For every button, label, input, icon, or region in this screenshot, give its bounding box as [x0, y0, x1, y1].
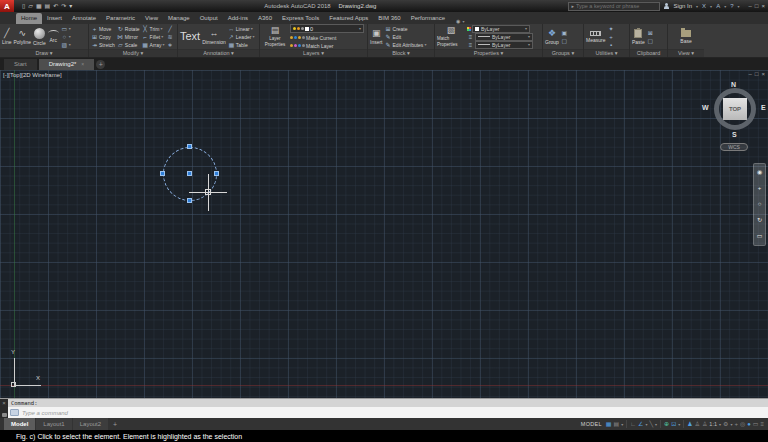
tab-addins[interactable]: Add-ins [223, 13, 253, 24]
isolate-objects-icon[interactable]: ◎ [740, 418, 745, 430]
ellipse-flyout[interactable]: ○▾ [61, 33, 71, 40]
customize-icon[interactable]: ≡ [760, 418, 764, 430]
group-edit-button[interactable]: ▢ [561, 37, 568, 44]
viewcube-east[interactable]: E [761, 104, 766, 111]
open-file-icon[interactable]: ▱ [28, 1, 33, 11]
tab-view[interactable]: View [140, 13, 163, 24]
sign-in-button[interactable]: Sign In [673, 3, 692, 9]
mirror-button[interactable]: ⋈Mirror [117, 33, 140, 40]
fillet-button[interactable]: ⌐Fillet▾ [142, 33, 165, 40]
grip-south[interactable] [187, 198, 192, 203]
annotation-plus-icon[interactable]: + [734, 418, 738, 430]
a360-caret-icon[interactable]: ▾ [710, 4, 712, 9]
file-tab-close-icon[interactable]: × [81, 59, 84, 70]
clean-screen-icon[interactable]: ▭ [753, 418, 759, 430]
layer-properties-button[interactable]: ▤ Layer Properties [262, 25, 288, 48]
command-recent-icon[interactable] [10, 409, 19, 416]
snap-toggle-icon[interactable]: ▤ [613, 418, 619, 430]
tab-express-tools[interactable]: Express Tools [277, 13, 324, 24]
showmotion-icon[interactable]: ▭ [757, 233, 763, 240]
annotation-scale-button[interactable]: 1:1 [709, 421, 717, 427]
erase-button[interactable]: ╱ [167, 25, 174, 32]
copy-clip-button[interactable]: ▢ [647, 37, 654, 44]
redo-icon[interactable]: ↷ [61, 1, 66, 11]
search-input[interactable] [576, 3, 656, 9]
cut-button[interactable]: ⊠ [647, 29, 654, 36]
object-snap-tracking-icon[interactable]: ⊕ [664, 418, 669, 430]
panel-label-clipboard[interactable]: Clipboard [630, 49, 667, 57]
tab-annotate[interactable]: Annotate [67, 13, 101, 24]
group-button[interactable]: ❖ Group [545, 28, 559, 45]
point-button[interactable]: + [607, 33, 614, 40]
edit-attributes-button[interactable]: ✎Edit Attributes▾ [385, 41, 427, 48]
tab-parametric[interactable]: Parametric [101, 13, 140, 24]
hatch-flyout[interactable]: ▨▾ [61, 41, 71, 48]
grip-east[interactable] [214, 171, 219, 176]
match-layer-button[interactable]: Match Layer [290, 42, 364, 49]
ungroup-button[interactable]: ▣ [561, 29, 568, 36]
layout-tab-layout2[interactable]: Layout2 [73, 418, 108, 430]
text-button[interactable]: Text [180, 31, 200, 42]
panel-label-block[interactable]: Block ▾ [368, 49, 434, 57]
tab-home[interactable]: Home [16, 13, 42, 24]
close-button[interactable]: × [761, 3, 765, 9]
help-search-box[interactable]: ▸ [568, 2, 660, 11]
full-navigation-wheel-icon[interactable]: ◉ [757, 169, 762, 176]
viewcube-north[interactable]: N [731, 81, 736, 88]
workspace-gear-icon[interactable]: ⚙ [723, 418, 728, 430]
panel-label-utilities[interactable]: Utilities ▾ [584, 49, 629, 57]
viewcube[interactable]: TOP N S W E [702, 78, 768, 148]
linetype-dropdown[interactable]: ≡ ByLayer▾ [467, 41, 533, 48]
viewcube-south[interactable]: S [732, 131, 737, 138]
doc-minimize-button[interactable]: – [749, 71, 752, 77]
help-caret-icon[interactable]: ▾ [738, 4, 740, 9]
leader-button[interactable]: ↗Leader▾ [228, 33, 255, 40]
workspace-caret-icon[interactable]: ▾ [730, 422, 732, 427]
dimension-button[interactable]: ↔ Dimension [202, 28, 226, 45]
tab-featured-apps[interactable]: Featured Apps [324, 13, 373, 24]
circle-button[interactable]: Circle [33, 28, 46, 46]
scale-caret-icon[interactable]: ▾ [719, 422, 721, 427]
panel-label-draw[interactable]: Draw ▾ [0, 49, 88, 57]
lineweight-dropdown[interactable]: ≡ ByLayer▾ [467, 33, 533, 40]
command-input-row[interactable]: Type a command [8, 407, 768, 418]
create-block-button[interactable]: ⊞Create [385, 25, 427, 32]
app-menu-button[interactable]: A [0, 0, 14, 12]
panel-label-annotation[interactable]: Annotation ▾ [178, 49, 259, 57]
sign-in-caret-icon[interactable]: ▾ [696, 4, 698, 9]
osnap-caret-icon[interactable]: ▾ [678, 422, 680, 427]
viewcube-west[interactable]: W [702, 104, 709, 111]
offset-button[interactable]: ≋ [167, 33, 174, 40]
grip-north[interactable] [187, 144, 192, 149]
command-input-placeholder[interactable]: Type a command [22, 410, 68, 416]
polyline-button[interactable]: ∿ Polyline [13, 28, 31, 45]
ribbon-options-caret-icon[interactable]: ▾ [462, 19, 464, 24]
polar-tracking-icon[interactable]: ∠ [638, 418, 643, 430]
rectangle-flyout[interactable]: ▭▾ [61, 25, 71, 32]
trim-button[interactable]: ╳Trim▾ [142, 25, 165, 32]
zoom-icon[interactable]: ○ [758, 201, 762, 208]
move-button[interactable]: +Move [91, 25, 115, 32]
base-button[interactable]: Base [680, 30, 691, 44]
array-button[interactable]: ▦Array▾ [142, 41, 165, 48]
wcs-dropdown[interactable]: WCS [720, 143, 748, 151]
help-icon[interactable]: ? [730, 3, 733, 9]
arc-button[interactable]: Arc [48, 30, 59, 43]
quick-select-button[interactable]: ✦ [607, 25, 614, 32]
autoscale-icon[interactable]: ♙ [695, 418, 700, 430]
pan-icon[interactable]: + [758, 185, 762, 192]
panel-label-groups[interactable]: Groups ▾ [543, 49, 583, 57]
rotate-button[interactable]: ↻Rotate [117, 25, 140, 32]
scale-button[interactable]: ▱Scale [117, 41, 140, 48]
file-tab-start[interactable]: Start [4, 59, 37, 70]
graphics-performance-icon[interactable]: ● [747, 418, 751, 430]
viewport-controls[interactable]: [-][Top][2D Wireframe] [3, 72, 62, 78]
drawing-canvas[interactable]: [-][Top][2D Wireframe] – □ × Y X TOP N S… [0, 70, 768, 398]
orbit-icon[interactable]: ↻ [757, 217, 762, 224]
linear-button[interactable]: ↔Linear▾ [228, 25, 255, 32]
object-color-dropdown[interactable]: ByLayer▾ [467, 25, 533, 32]
exchange-apps-icon[interactable]: A [716, 3, 720, 9]
a360-icon[interactable]: X [702, 3, 706, 9]
file-tab-drawing2[interactable]: Drawing2* × [39, 59, 95, 70]
panel-label-view[interactable]: View ▾ [668, 49, 704, 57]
